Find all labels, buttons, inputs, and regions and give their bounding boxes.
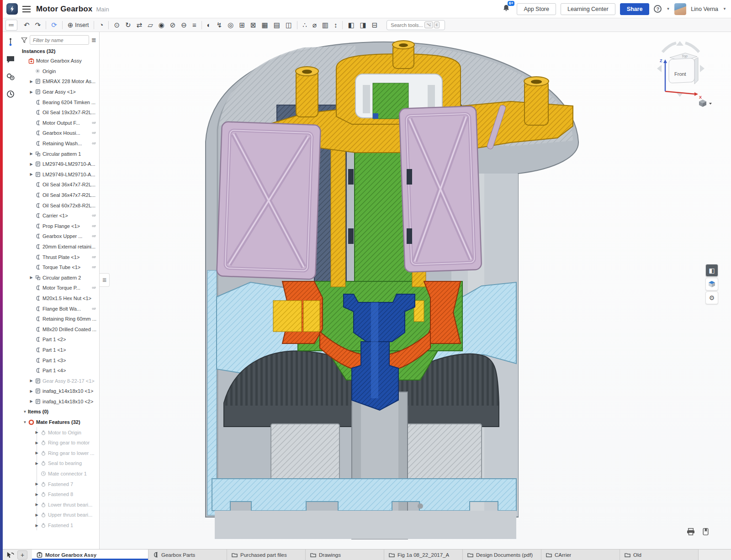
bom-table-icon[interactable]: ◫ xyxy=(283,21,295,29)
tree-item[interactable]: Part 1 <4> xyxy=(18,365,99,376)
tangent-mate-icon[interactable]: ◐ xyxy=(204,21,214,29)
document-tab[interactable]: Design Documents (pdf) xyxy=(463,549,541,560)
group-icon[interactable]: ⊠ xyxy=(248,21,259,29)
tree-item[interactable]: Part 1 <2> xyxy=(18,334,99,345)
share-button[interactable]: Share xyxy=(620,3,650,15)
chevron-right-icon[interactable]: ▶ xyxy=(34,502,40,507)
ball-mate-icon[interactable]: ◉ xyxy=(156,21,167,29)
history-panel-icon[interactable] xyxy=(6,90,15,99)
help-icon[interactable]: ? xyxy=(654,5,662,13)
tree-item[interactable]: Bearing 6204 Timken ... xyxy=(18,97,99,107)
tree-panel-handle[interactable]: ≣ xyxy=(100,273,110,287)
redo-icon[interactable]: ↷ xyxy=(32,21,44,29)
tree-item[interactable]: ▶Gear Assy 8-22-17 <1> xyxy=(18,375,99,386)
insert-icon[interactable]: ⊕Insert xyxy=(65,21,92,29)
tree-item[interactable]: Oil Seal 19x32x7-R2L... xyxy=(18,107,99,118)
document-tab[interactable]: Motor Gearbox Assy xyxy=(32,549,148,560)
chevron-right-icon[interactable]: ▶ xyxy=(28,389,34,393)
filter-icon[interactable] xyxy=(21,37,27,43)
tree-item[interactable]: ▶EMRAX 228 Motor As... xyxy=(18,76,99,87)
document-tab[interactable]: CArrier xyxy=(541,549,620,560)
learning-center-button[interactable]: Learning Center xyxy=(561,3,615,15)
document-tab[interactable]: Old xyxy=(620,549,699,560)
tree-item[interactable]: ▶Fastened 1 xyxy=(18,520,99,531)
chevron-right-icon[interactable]: ▶ xyxy=(34,523,40,528)
display-states-icon[interactable]: ▥ xyxy=(319,21,331,29)
chevron-right-icon[interactable]: ▶ xyxy=(34,513,40,517)
snap-mode-icon[interactable]: ∴ xyxy=(300,21,310,29)
tree-item[interactable]: ▶Motor to Origin xyxy=(18,427,99,438)
chevron-right-icon[interactable]: ▶ xyxy=(28,399,34,403)
tree-item[interactable]: Oil Seal 60x72x8-R2L... xyxy=(18,200,99,211)
add-tab-button[interactable]: + xyxy=(17,550,27,560)
pin-slot-mate-icon[interactable]: ⊖ xyxy=(178,21,190,29)
tree-item[interactable]: ▶inafag_k14x18x10 <2> xyxy=(18,396,99,407)
tree-item[interactable]: Motor Gearbox Assy xyxy=(18,56,99,66)
pattern-icon[interactable]: ▤ xyxy=(271,21,283,29)
hide-show-icon[interactable]: ⊟ xyxy=(369,21,381,29)
section-view-button[interactable]: ◧ xyxy=(705,264,718,277)
tree-item[interactable]: M8x20 Drilled Coated ... xyxy=(18,324,99,334)
document-tab[interactable]: Gearbox Parts xyxy=(148,549,227,560)
revolute-mate-icon[interactable]: ↻ xyxy=(122,21,134,29)
tree-item[interactable]: ▶Circular pattern 1 xyxy=(18,148,99,159)
tree-item[interactable]: ▶Ring gear to lower ... xyxy=(18,448,99,459)
follow-mode-icon[interactable] xyxy=(6,72,15,81)
onshape-logo[interactable] xyxy=(6,3,18,15)
search-tools-input[interactable] xyxy=(391,22,424,28)
tree-item[interactable]: ▶Upper thrust beari... xyxy=(18,510,99,520)
chevron-right-icon[interactable]: ▶ xyxy=(28,152,34,156)
chevron-right-icon[interactable]: ▶ xyxy=(28,172,34,176)
tree-item[interactable]: ▶Circular pattern 2 xyxy=(18,272,99,283)
tree-item[interactable]: Flange Bolt Wa... xyxy=(18,303,99,314)
section-view-icon[interactable]: ◧ xyxy=(345,21,357,29)
mate-icon[interactable]: ⊙ xyxy=(111,21,122,29)
feature-list-toggle-icon[interactable]: ≔ xyxy=(5,20,17,31)
view-cube[interactable]: Top Front Z X xyxy=(653,38,712,107)
list-view-icon[interactable]: ≣ xyxy=(91,37,96,43)
chevron-right-icon[interactable]: ▶ xyxy=(28,162,34,166)
chevron-right-icon[interactable]: ▶ xyxy=(34,430,40,434)
chevron-right-icon[interactable]: ▶ xyxy=(28,275,34,280)
chevron-right-icon[interactable]: ▶ xyxy=(34,441,40,445)
document-tab[interactable]: Purchased part files xyxy=(227,549,306,560)
help-caret-icon[interactable]: ▼ xyxy=(666,7,670,11)
insert-feature-icon[interactable]: ⊞ xyxy=(236,21,248,29)
tree-item[interactable]: M20x1.5 Hex Nut <1> xyxy=(18,293,99,304)
tree-item[interactable]: Gearbox Housi... xyxy=(18,128,99,138)
tree-item[interactable]: ▶inafag_k14x18x10 <1> xyxy=(18,386,99,396)
document-tab[interactable]: Fig 1a 08_22_2017_A xyxy=(384,549,463,560)
chevron-down-icon[interactable]: ▼ xyxy=(22,420,28,424)
chevron-down-icon[interactable]: ▼ xyxy=(22,410,28,414)
user-menu-caret-icon[interactable]: ▼ xyxy=(723,7,726,11)
user-avatar[interactable] xyxy=(674,3,686,15)
tree-item[interactable]: Carrier <1> xyxy=(18,211,99,221)
tree-item[interactable]: Oil Seal 36x47x7-R2L... xyxy=(18,180,99,190)
versions-icon[interactable] xyxy=(6,37,15,47)
tree-item[interactable]: ▶Fastened 7 xyxy=(18,479,99,489)
tree-item[interactable]: Oil Seal 36x47x7-R2L... xyxy=(18,190,99,201)
in-context-icon[interactable]: ◎ xyxy=(225,21,236,29)
tree-item[interactable]: Motor Torque P... xyxy=(18,283,99,293)
document-tab[interactable]: Drawings xyxy=(306,549,384,560)
bookmark-icon[interactable] xyxy=(702,528,709,535)
search-tools-box[interactable]: ⌥ c xyxy=(387,20,445,30)
tree-item[interactable]: Origin xyxy=(18,66,99,77)
tree-item[interactable]: Retaining Ring 60mm ... xyxy=(18,314,99,324)
main-menu-icon[interactable] xyxy=(22,6,31,12)
appearance-icon[interactable]: ◨ xyxy=(357,21,369,29)
tree-item[interactable]: ▶Lower thrust beari... xyxy=(18,500,99,510)
print-icon[interactable] xyxy=(687,528,695,535)
tree-item[interactable]: ▶Gear Assy <1> xyxy=(18,87,99,97)
planar-mate-icon[interactable]: ▱ xyxy=(145,21,156,29)
chevron-right-icon[interactable]: ▶ xyxy=(28,379,34,383)
chevron-right-icon[interactable]: ▶ xyxy=(34,451,40,455)
tree-item[interactable]: Mate connector 1 xyxy=(18,469,99,479)
tree-item[interactable]: Prop Flange <1> xyxy=(18,221,99,232)
chevron-right-icon[interactable]: ▶ xyxy=(34,461,40,465)
chevron-right-icon[interactable]: ▶ xyxy=(34,482,40,486)
cylindrical-mate-icon[interactable]: ⊘ xyxy=(167,21,179,29)
fastened-mate-icon[interactable]: ≡ xyxy=(190,21,199,29)
history-icon[interactable]: ◔ xyxy=(96,21,106,29)
tree-item[interactable]: ▶LM29749-LM29710-A... xyxy=(18,159,99,169)
